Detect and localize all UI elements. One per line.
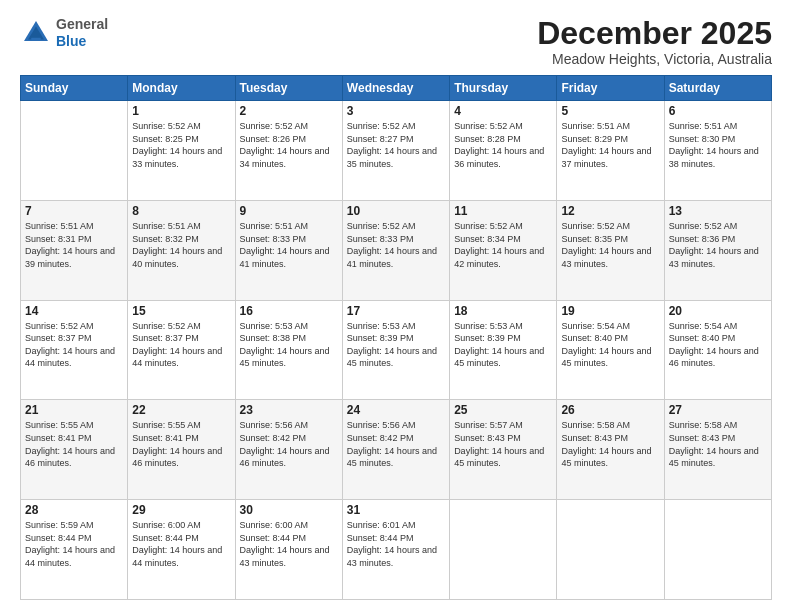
- weekday-header-row: Sunday Monday Tuesday Wednesday Thursday…: [21, 76, 772, 101]
- day-number-w3-d2: 23: [240, 403, 338, 417]
- cell-w2-d0: 14Sunrise: 5:52 AMSunset: 8:37 PMDayligh…: [21, 300, 128, 400]
- cell-w4-d2: 30Sunrise: 6:00 AMSunset: 8:44 PMDayligh…: [235, 500, 342, 600]
- cell-w0-d1: 1Sunrise: 5:52 AMSunset: 8:25 PMDaylight…: [128, 101, 235, 201]
- cell-w0-d4: 4Sunrise: 5:52 AMSunset: 8:28 PMDaylight…: [450, 101, 557, 201]
- cell-w4-d5: [557, 500, 664, 600]
- day-number-w3-d1: 22: [132, 403, 230, 417]
- day-info-w4-d2: Sunrise: 6:00 AMSunset: 8:44 PMDaylight:…: [240, 519, 338, 569]
- day-number-w0-d2: 2: [240, 104, 338, 118]
- day-number-w3-d6: 27: [669, 403, 767, 417]
- month-title: December 2025: [537, 16, 772, 51]
- cell-w3-d2: 23Sunrise: 5:56 AMSunset: 8:42 PMDayligh…: [235, 400, 342, 500]
- header-saturday: Saturday: [664, 76, 771, 101]
- cell-w0-d6: 6Sunrise: 5:51 AMSunset: 8:30 PMDaylight…: [664, 101, 771, 201]
- day-number-w0-d1: 1: [132, 104, 230, 118]
- day-info-w0-d6: Sunrise: 5:51 AMSunset: 8:30 PMDaylight:…: [669, 120, 767, 170]
- svg-rect-2: [31, 38, 41, 41]
- location: Meadow Heights, Victoria, Australia: [537, 51, 772, 67]
- header-tuesday: Tuesday: [235, 76, 342, 101]
- day-number-w2-d0: 14: [25, 304, 123, 318]
- week-row-2: 14Sunrise: 5:52 AMSunset: 8:37 PMDayligh…: [21, 300, 772, 400]
- logo-icon: [20, 17, 52, 49]
- calendar-table: Sunday Monday Tuesday Wednesday Thursday…: [20, 75, 772, 600]
- day-number-w1-d4: 11: [454, 204, 552, 218]
- cell-w1-d1: 8Sunrise: 5:51 AMSunset: 8:32 PMDaylight…: [128, 200, 235, 300]
- logo-general: General: [56, 16, 108, 32]
- day-number-w4-d3: 31: [347, 503, 445, 517]
- header-thursday: Thursday: [450, 76, 557, 101]
- day-info-w2-d5: Sunrise: 5:54 AMSunset: 8:40 PMDaylight:…: [561, 320, 659, 370]
- cell-w4-d4: [450, 500, 557, 600]
- logo-blue: Blue: [56, 33, 86, 49]
- cell-w3-d6: 27Sunrise: 5:58 AMSunset: 8:43 PMDayligh…: [664, 400, 771, 500]
- cell-w3-d3: 24Sunrise: 5:56 AMSunset: 8:42 PMDayligh…: [342, 400, 449, 500]
- day-info-w2-d1: Sunrise: 5:52 AMSunset: 8:37 PMDaylight:…: [132, 320, 230, 370]
- day-number-w4-d1: 29: [132, 503, 230, 517]
- day-info-w4-d3: Sunrise: 6:01 AMSunset: 8:44 PMDaylight:…: [347, 519, 445, 569]
- cell-w1-d3: 10Sunrise: 5:52 AMSunset: 8:33 PMDayligh…: [342, 200, 449, 300]
- cell-w3-d5: 26Sunrise: 5:58 AMSunset: 8:43 PMDayligh…: [557, 400, 664, 500]
- cell-w0-d5: 5Sunrise: 5:51 AMSunset: 8:29 PMDaylight…: [557, 101, 664, 201]
- cell-w4-d3: 31Sunrise: 6:01 AMSunset: 8:44 PMDayligh…: [342, 500, 449, 600]
- page: General Blue December 2025 Meadow Height…: [0, 0, 792, 612]
- cell-w4-d6: [664, 500, 771, 600]
- day-info-w3-d6: Sunrise: 5:58 AMSunset: 8:43 PMDaylight:…: [669, 419, 767, 469]
- cell-w3-d1: 22Sunrise: 5:55 AMSunset: 8:41 PMDayligh…: [128, 400, 235, 500]
- day-info-w1-d2: Sunrise: 5:51 AMSunset: 8:33 PMDaylight:…: [240, 220, 338, 270]
- day-info-w1-d6: Sunrise: 5:52 AMSunset: 8:36 PMDaylight:…: [669, 220, 767, 270]
- day-number-w0-d3: 3: [347, 104, 445, 118]
- header: General Blue December 2025 Meadow Height…: [20, 16, 772, 67]
- logo: General Blue: [20, 16, 108, 50]
- day-number-w4-d2: 30: [240, 503, 338, 517]
- day-info-w3-d0: Sunrise: 5:55 AMSunset: 8:41 PMDaylight:…: [25, 419, 123, 469]
- header-wednesday: Wednesday: [342, 76, 449, 101]
- cell-w2-d2: 16Sunrise: 5:53 AMSunset: 8:38 PMDayligh…: [235, 300, 342, 400]
- day-info-w2-d3: Sunrise: 5:53 AMSunset: 8:39 PMDaylight:…: [347, 320, 445, 370]
- day-info-w0-d5: Sunrise: 5:51 AMSunset: 8:29 PMDaylight:…: [561, 120, 659, 170]
- day-info-w1-d5: Sunrise: 5:52 AMSunset: 8:35 PMDaylight:…: [561, 220, 659, 270]
- day-info-w1-d0: Sunrise: 5:51 AMSunset: 8:31 PMDaylight:…: [25, 220, 123, 270]
- day-info-w2-d4: Sunrise: 5:53 AMSunset: 8:39 PMDaylight:…: [454, 320, 552, 370]
- header-friday: Friday: [557, 76, 664, 101]
- day-number-w1-d5: 12: [561, 204, 659, 218]
- day-number-w1-d2: 9: [240, 204, 338, 218]
- day-number-w1-d3: 10: [347, 204, 445, 218]
- day-info-w0-d3: Sunrise: 5:52 AMSunset: 8:27 PMDaylight:…: [347, 120, 445, 170]
- day-number-w4-d0: 28: [25, 503, 123, 517]
- day-info-w1-d3: Sunrise: 5:52 AMSunset: 8:33 PMDaylight:…: [347, 220, 445, 270]
- week-row-1: 7Sunrise: 5:51 AMSunset: 8:31 PMDaylight…: [21, 200, 772, 300]
- day-info-w0-d4: Sunrise: 5:52 AMSunset: 8:28 PMDaylight:…: [454, 120, 552, 170]
- day-info-w3-d4: Sunrise: 5:57 AMSunset: 8:43 PMDaylight:…: [454, 419, 552, 469]
- cell-w1-d4: 11Sunrise: 5:52 AMSunset: 8:34 PMDayligh…: [450, 200, 557, 300]
- day-number-w2-d3: 17: [347, 304, 445, 318]
- day-number-w2-d4: 18: [454, 304, 552, 318]
- week-row-0: 1Sunrise: 5:52 AMSunset: 8:25 PMDaylight…: [21, 101, 772, 201]
- cell-w3-d0: 21Sunrise: 5:55 AMSunset: 8:41 PMDayligh…: [21, 400, 128, 500]
- day-number-w3-d5: 26: [561, 403, 659, 417]
- cell-w4-d0: 28Sunrise: 5:59 AMSunset: 8:44 PMDayligh…: [21, 500, 128, 600]
- cell-w2-d5: 19Sunrise: 5:54 AMSunset: 8:40 PMDayligh…: [557, 300, 664, 400]
- day-number-w2-d2: 16: [240, 304, 338, 318]
- day-number-w2-d1: 15: [132, 304, 230, 318]
- cell-w0-d3: 3Sunrise: 5:52 AMSunset: 8:27 PMDaylight…: [342, 101, 449, 201]
- day-number-w3-d3: 24: [347, 403, 445, 417]
- day-info-w0-d2: Sunrise: 5:52 AMSunset: 8:26 PMDaylight:…: [240, 120, 338, 170]
- day-number-w1-d6: 13: [669, 204, 767, 218]
- day-info-w4-d1: Sunrise: 6:00 AMSunset: 8:44 PMDaylight:…: [132, 519, 230, 569]
- cell-w1-d6: 13Sunrise: 5:52 AMSunset: 8:36 PMDayligh…: [664, 200, 771, 300]
- day-number-w2-d5: 19: [561, 304, 659, 318]
- logo-text: General Blue: [56, 16, 108, 50]
- day-info-w1-d4: Sunrise: 5:52 AMSunset: 8:34 PMDaylight:…: [454, 220, 552, 270]
- cell-w1-d2: 9Sunrise: 5:51 AMSunset: 8:33 PMDaylight…: [235, 200, 342, 300]
- day-info-w2-d2: Sunrise: 5:53 AMSunset: 8:38 PMDaylight:…: [240, 320, 338, 370]
- day-info-w1-d1: Sunrise: 5:51 AMSunset: 8:32 PMDaylight:…: [132, 220, 230, 270]
- day-number-w1-d1: 8: [132, 204, 230, 218]
- header-sunday: Sunday: [21, 76, 128, 101]
- day-info-w3-d3: Sunrise: 5:56 AMSunset: 8:42 PMDaylight:…: [347, 419, 445, 469]
- title-block: December 2025 Meadow Heights, Victoria, …: [537, 16, 772, 67]
- day-number-w3-d0: 21: [25, 403, 123, 417]
- day-info-w3-d2: Sunrise: 5:56 AMSunset: 8:42 PMDaylight:…: [240, 419, 338, 469]
- day-number-w1-d0: 7: [25, 204, 123, 218]
- cell-w2-d4: 18Sunrise: 5:53 AMSunset: 8:39 PMDayligh…: [450, 300, 557, 400]
- header-monday: Monday: [128, 76, 235, 101]
